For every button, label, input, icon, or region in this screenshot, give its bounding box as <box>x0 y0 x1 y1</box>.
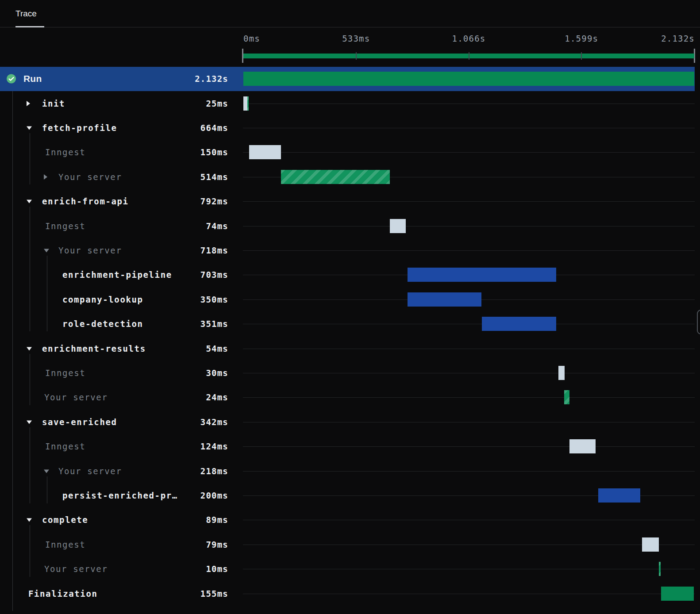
trace-row-fetch-profile[interactable]: fetch-profile664ms <box>0 115 700 140</box>
tree-indent-guide <box>30 427 30 503</box>
span-duration: 718ms <box>0 246 228 255</box>
trace-row-your-server[interactable]: Your server10ms <box>0 557 700 581</box>
span-bar-blue[interactable] <box>482 317 556 331</box>
trace-rows: Run2.132sinit25msfetch-profile664msInnge… <box>0 0 700 614</box>
row-track-line <box>243 152 695 153</box>
span-duration: 703ms <box>0 270 228 280</box>
span-duration: 342ms <box>0 417 228 426</box>
span-bar-light[interactable] <box>243 96 247 111</box>
row-track-line <box>243 226 695 226</box>
tree-indent-guide <box>12 91 13 611</box>
trace-row-init[interactable]: init25ms <box>0 91 700 115</box>
span-bar-green-hatched[interactable] <box>564 390 569 404</box>
trace-row-inngest[interactable]: Inngest79ms <box>0 532 700 556</box>
trace-row-enrich-from-api[interactable]: enrich-from-api792ms <box>0 189 700 214</box>
tree-indent-guide <box>30 207 30 331</box>
row-track-line <box>243 128 695 128</box>
trace-row-save-enriched[interactable]: save-enriched342ms <box>0 410 700 434</box>
span-duration: 514ms <box>0 172 228 181</box>
trace-row-run[interactable]: Run2.132s <box>0 67 700 91</box>
trace-row-inngest[interactable]: Inngest74ms <box>0 214 700 238</box>
row-track-line <box>243 569 695 569</box>
trace-row-inngest[interactable]: Inngest124ms <box>0 434 700 459</box>
span-bar-light[interactable] <box>642 537 659 552</box>
row-track-line <box>243 104 695 104</box>
span-duration: 200ms <box>0 491 228 500</box>
span-duration: 150ms <box>0 147 228 157</box>
span-bar-blue[interactable] <box>598 488 641 503</box>
row-track-line <box>243 250 695 251</box>
span-bar-light[interactable] <box>569 439 596 453</box>
trace-row-finalization[interactable]: Finalization155ms <box>0 581 700 606</box>
trace-row-role-detection[interactable]: role-detection351ms <box>0 312 700 336</box>
span-duration: 792ms <box>0 196 228 206</box>
row-track-line <box>243 397 695 398</box>
span-bar-light[interactable] <box>558 366 565 380</box>
span-duration: 30ms <box>0 368 228 378</box>
trace-row-your-server[interactable]: Your server218ms <box>0 459 700 483</box>
span-duration: 351ms <box>0 319 228 329</box>
row-track-line <box>243 324 695 324</box>
span-duration: 10ms <box>0 564 228 574</box>
trace-row-inngest[interactable]: Inngest30ms <box>0 361 700 385</box>
row-track-line <box>243 471 695 472</box>
trace-row-complete[interactable]: complete89ms <box>0 508 700 532</box>
span-duration: 124ms <box>0 441 228 451</box>
row-track-line <box>243 520 695 520</box>
span-duration: 54ms <box>0 343 228 353</box>
row-track-line <box>243 201 695 202</box>
row-track-line <box>243 545 695 545</box>
span-bar-blue[interactable] <box>408 268 556 282</box>
span-bar-green-hatched[interactable] <box>247 96 249 111</box>
span-bar-light[interactable] <box>249 145 281 159</box>
span-duration: 155ms <box>0 588 228 598</box>
scrollbar-thumb[interactable] <box>697 310 700 334</box>
row-track-line <box>243 349 695 349</box>
span-duration: 350ms <box>0 294 228 304</box>
span-duration: 89ms <box>0 515 228 525</box>
row-track-line <box>243 373 695 373</box>
tree-indent-guide <box>30 133 30 184</box>
trace-row-enrichment-results[interactable]: enrichment-results54ms <box>0 336 700 361</box>
trace-row-company-lookup[interactable]: company-lookup350ms <box>0 287 700 311</box>
span-duration: 25ms <box>0 98 228 108</box>
trace-row-your-server[interactable]: Your server718ms <box>0 238 700 262</box>
span-duration: 664ms <box>0 123 228 133</box>
row-track-line <box>243 446 695 447</box>
span-duration: 79ms <box>0 539 228 549</box>
row-track-line <box>243 594 695 594</box>
trace-row-your-server[interactable]: Your server514ms <box>0 165 700 189</box>
row-track-line <box>243 422 695 422</box>
span-bar-green[interactable] <box>661 587 694 601</box>
trace-panel: Trace 0ms533ms1.066s1.599s2.132s Run2.13… <box>0 0 700 614</box>
tree-indent-guide <box>47 476 47 503</box>
span-duration: 218ms <box>0 466 228 476</box>
tree-indent-guide <box>47 256 47 331</box>
tree-indent-guide <box>30 525 30 577</box>
tree-indent-guide <box>30 354 30 405</box>
trace-row-enrichment-pipeline[interactable]: enrichment-pipeline703ms <box>0 263 700 287</box>
span-bar-green-hatched[interactable] <box>659 562 661 576</box>
span-bar-green[interactable] <box>243 72 694 86</box>
span-bar-blue[interactable] <box>408 292 481 307</box>
span-bar-light[interactable] <box>390 219 405 233</box>
span-duration: 74ms <box>0 221 228 230</box>
trace-row-persist-enriched-pr[interactable]: persist-enriched-pr…200ms <box>0 483 700 507</box>
span-duration: 2.132s <box>0 74 228 84</box>
trace-row-your-server[interactable]: Your server24ms <box>0 385 700 410</box>
span-duration: 24ms <box>0 392 228 402</box>
span-bar-green-hatched[interactable] <box>281 170 390 184</box>
trace-row-inngest[interactable]: Inngest150ms <box>0 140 700 165</box>
